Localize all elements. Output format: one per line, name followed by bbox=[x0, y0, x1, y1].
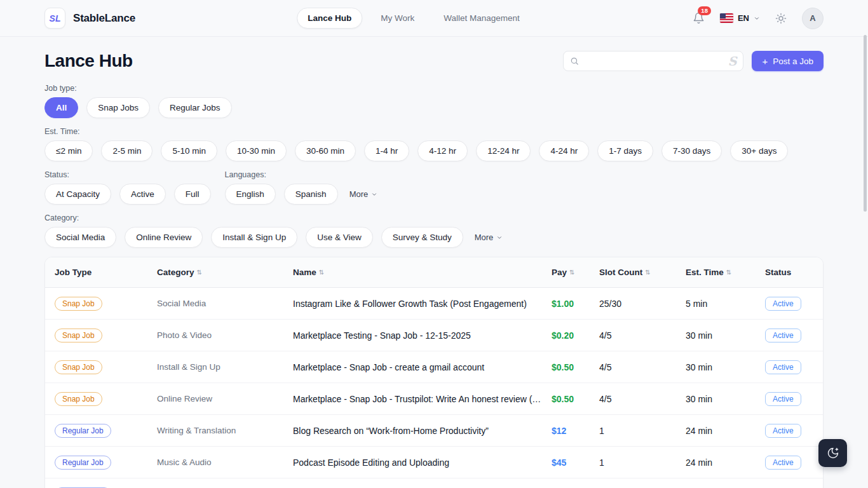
search-input[interactable] bbox=[584, 57, 722, 66]
brand-logo-text: SL bbox=[50, 13, 61, 24]
cell-category: Social Media bbox=[147, 299, 283, 308]
sort-icon: ⇅ bbox=[645, 269, 650, 276]
search-icon bbox=[570, 57, 579, 65]
filter-est-time-30-days[interactable]: 30+ days bbox=[730, 140, 788, 161]
search-box[interactable]: S bbox=[563, 51, 743, 71]
filter-est-time-4-12-hr[interactable]: 4-12 hr bbox=[417, 140, 468, 161]
job-type-badge: Snap Job bbox=[55, 360, 102, 374]
column-label: Category bbox=[157, 268, 194, 277]
languages-filter: Languages: EnglishSpanish More bbox=[225, 170, 381, 205]
sort-icon: ⇅ bbox=[726, 269, 731, 276]
nav-item-wallet-management[interactable]: Wallet Management bbox=[433, 8, 531, 29]
filter-category-online-review[interactable]: Online Review bbox=[125, 227, 203, 248]
filter-language-english[interactable]: English bbox=[225, 184, 276, 205]
status-badge: Active bbox=[765, 424, 801, 438]
est-time-pills: ≤2 min2-5 min5-10 min10-30 min30-60 min1… bbox=[44, 140, 824, 161]
filter-est-time-2-5-min[interactable]: 2-5 min bbox=[101, 140, 153, 161]
page-head-actions: S + Post a Job bbox=[563, 51, 824, 71]
cell-name: Podcast Episode Editing and Uploading bbox=[283, 458, 542, 468]
filter-status-full[interactable]: Full bbox=[174, 184, 211, 205]
status-badge: Active bbox=[765, 392, 801, 406]
category-more-button[interactable]: More bbox=[471, 233, 506, 242]
cell-category: Install & Sign Up bbox=[147, 362, 283, 372]
column-header-pay[interactable]: Pay⇅ bbox=[542, 268, 590, 277]
cell-status: Active bbox=[756, 456, 823, 470]
search-watermark: S bbox=[728, 55, 737, 67]
est-time-filter: Est. Time: ≤2 min2-5 min5-10 min10-30 mi… bbox=[44, 127, 824, 161]
theme-toggle-button[interactable] bbox=[775, 13, 787, 24]
languages-more-button[interactable]: More bbox=[346, 189, 381, 199]
table-row[interactable]: Regular Job bbox=[45, 478, 823, 488]
table-row[interactable]: Snap JobOnline ReviewMarketplace - Snap … bbox=[45, 383, 823, 415]
job-type-badge: Regular Job bbox=[55, 424, 111, 438]
cell-pay: $0.20 bbox=[542, 330, 590, 341]
cell-category: Writing & Translation bbox=[147, 426, 283, 435]
dark-mode-fab[interactable] bbox=[818, 439, 847, 467]
job-type-filter-label: Job type: bbox=[44, 84, 824, 93]
filter-status-at-capacity[interactable]: At Capacity bbox=[44, 184, 111, 205]
table-row[interactable]: Snap JobPhoto & VideoMarketplace Testing… bbox=[45, 320, 823, 351]
brand: SL StableLance bbox=[44, 8, 135, 29]
post-a-job-button[interactable]: + Post a Job bbox=[752, 51, 824, 71]
cell-pay: $45 bbox=[542, 458, 590, 468]
filter-job-type-all[interactable]: All bbox=[44, 97, 78, 118]
post-a-job-label: Post a Job bbox=[773, 57, 813, 66]
chevron-down-icon bbox=[754, 15, 760, 22]
notifications-button[interactable]: 18 bbox=[693, 12, 705, 24]
cell-slot-count: 1 bbox=[590, 426, 676, 436]
column-header-category[interactable]: Category⇅ bbox=[147, 268, 283, 277]
filter-est-time-7-30-days[interactable]: 7-30 days bbox=[661, 140, 722, 161]
status-languages-row: Status: At CapacityActiveFull Languages:… bbox=[44, 170, 824, 214]
table-row[interactable]: Snap JobInstall & Sign UpMarketplace - S… bbox=[45, 351, 823, 383]
filter-est-time-4-24-hr[interactable]: 4-24 hr bbox=[539, 140, 589, 161]
brand-logo[interactable]: SL bbox=[44, 8, 65, 29]
nav-item-my-work[interactable]: My Work bbox=[370, 8, 425, 29]
cell-name: Blog Research on “Work-from-Home Product… bbox=[283, 426, 542, 436]
table-row[interactable]: Snap JobSocial MediaInstagram Like & Fol… bbox=[45, 288, 823, 320]
filter-status-active[interactable]: Active bbox=[119, 184, 166, 205]
table-row[interactable]: Regular JobMusic & AudioPodcast Episode … bbox=[45, 447, 823, 478]
sort-icon: ⇅ bbox=[319, 269, 324, 276]
languages-pills: EnglishSpanish bbox=[225, 184, 338, 205]
cell-pay: $1.00 bbox=[542, 299, 590, 309]
filter-est-time-1-4-hr[interactable]: 1-4 hr bbox=[364, 140, 409, 161]
filter-category-use-view[interactable]: Use & View bbox=[306, 227, 373, 248]
filter-language-spanish[interactable]: Spanish bbox=[284, 184, 338, 205]
column-label: Pay bbox=[552, 268, 567, 277]
avatar[interactable]: A bbox=[802, 8, 824, 29]
filter-est-time-10-30-min[interactable]: 10-30 min bbox=[226, 140, 287, 161]
cell-job-type: Snap Job bbox=[45, 297, 147, 311]
cell-slot-count: 4/5 bbox=[590, 330, 676, 341]
column-header-est-time[interactable]: Est. Time⇅ bbox=[676, 268, 756, 277]
filter-job-type-snap-jobs[interactable]: Snap Jobs bbox=[86, 97, 150, 118]
us-flag-icon bbox=[720, 13, 733, 23]
table-row[interactable]: Regular JobWriting & TranslationBlog Res… bbox=[45, 415, 823, 447]
category-pills: Social MediaOnline ReviewInstall & Sign … bbox=[44, 227, 463, 248]
filter-category-survey-study[interactable]: Survey & Study bbox=[381, 227, 463, 248]
chevron-down-icon bbox=[496, 234, 503, 241]
column-header-name[interactable]: Name⇅ bbox=[283, 268, 542, 277]
languages-filter-label: Languages: bbox=[225, 170, 381, 179]
filter-est-time-1-7-days[interactable]: 1-7 days bbox=[597, 140, 653, 161]
filter-category-social-media[interactable]: Social Media bbox=[44, 227, 116, 248]
status-filter: Status: At CapacityActiveFull bbox=[44, 170, 211, 205]
chevron-down-icon bbox=[371, 191, 377, 198]
language-selector[interactable]: EN bbox=[720, 13, 760, 23]
cell-name: Instagram Like & Follower Growth Task (P… bbox=[283, 299, 542, 309]
nav-item-lance-hub[interactable]: Lance Hub bbox=[297, 8, 362, 29]
notification-count-badge: 18 bbox=[698, 6, 711, 15]
filter-est-time-5-10-min[interactable]: 5-10 min bbox=[161, 140, 217, 161]
status-badge: Active bbox=[765, 360, 801, 374]
cell-job-type: Snap Job bbox=[45, 329, 147, 342]
status-badge: Active bbox=[765, 456, 801, 470]
scrollbar[interactable] bbox=[864, 35, 867, 212]
cell-name: Marketplace Testing - Snap Job - 12-15-2… bbox=[283, 330, 542, 341]
cell-job-type: Snap Job bbox=[45, 392, 147, 406]
filter-est-time-2-min[interactable]: ≤2 min bbox=[44, 140, 93, 161]
column-header-slot-count[interactable]: Slot Count⇅ bbox=[590, 268, 676, 277]
filter-est-time-12-24-hr[interactable]: 12-24 hr bbox=[476, 140, 531, 161]
filter-job-type-regular-jobs[interactable]: Regular Jobs bbox=[158, 97, 232, 118]
filter-category-install-sign-up[interactable]: Install & Sign Up bbox=[211, 227, 297, 248]
filter-est-time-30-60-min[interactable]: 30-60 min bbox=[295, 140, 356, 161]
cell-est-time: 30 min bbox=[676, 330, 756, 341]
